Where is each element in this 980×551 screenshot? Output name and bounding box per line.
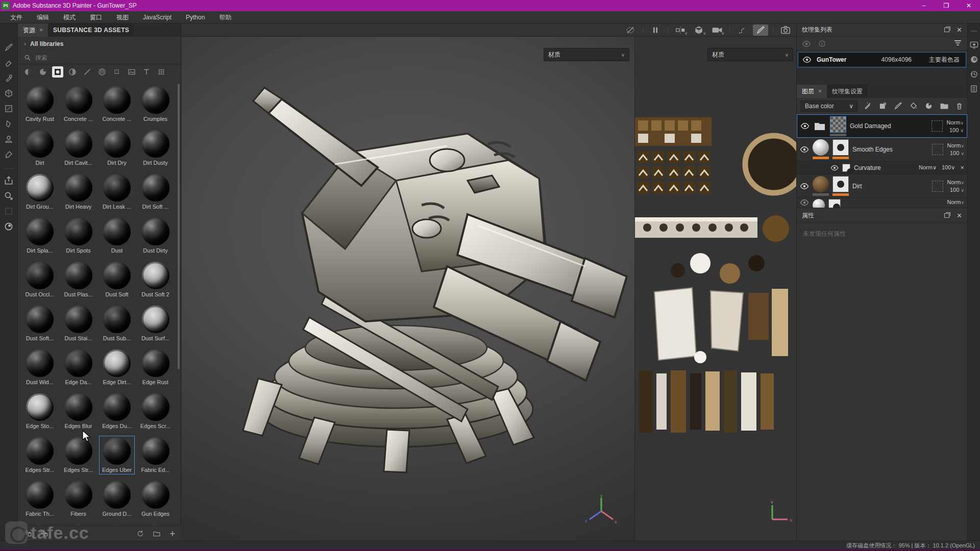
filter-alphas-icon[interactable] bbox=[96, 66, 108, 78]
asset-item[interactable]: Concrete ... bbox=[61, 85, 96, 123]
asset-item[interactable]: Dust Stai... bbox=[61, 304, 96, 343]
polygon-fill-tool-icon[interactable] bbox=[2, 102, 15, 115]
add-folder-icon[interactable] bbox=[940, 102, 949, 110]
layer-thumbnail[interactable] bbox=[830, 116, 846, 133]
opacity-value[interactable]: 100∨ bbox=[942, 164, 955, 171]
display-settings-icon[interactable] bbox=[970, 41, 978, 49]
screenshot-icon[interactable] bbox=[778, 24, 793, 36]
asset-item[interactable]: Edges Scr... bbox=[138, 392, 174, 431]
export-icon[interactable] bbox=[2, 174, 15, 187]
asset-item[interactable]: Fabric Ed... bbox=[138, 436, 174, 474]
viewport-2d[interactable]: 材质 ∨ bbox=[634, 37, 796, 541]
asset-item[interactable]: Dust Plas... bbox=[61, 260, 96, 299]
eraser-tool-icon[interactable] bbox=[2, 56, 15, 69]
layer-row-partial[interactable]: Norm∨ bbox=[797, 198, 967, 208]
asset-item[interactable]: Edges Du... bbox=[99, 392, 135, 431]
pause-engine-icon[interactable] bbox=[648, 24, 663, 36]
texture-set-shader[interactable]: 主要着色器 bbox=[929, 56, 960, 64]
asset-item[interactable]: Edge Dirt... bbox=[99, 348, 135, 387]
asset-item[interactable]: Dirt Leak ... bbox=[99, 172, 135, 211]
resources-updater-icon[interactable] bbox=[2, 189, 15, 203]
hide-ui-icon[interactable] bbox=[623, 24, 638, 36]
layer-row-smooth-edges[interactable]: Smooth Edges Norm∨ 100 ∨ bbox=[797, 138, 967, 161]
tab-assets[interactable]: 资源 × bbox=[18, 23, 48, 37]
add-icon[interactable] bbox=[169, 530, 176, 537]
asset-item[interactable]: Edges Str... bbox=[61, 436, 96, 474]
filter-environments-icon[interactable] bbox=[126, 66, 137, 78]
tab-close-icon[interactable]: × bbox=[818, 88, 822, 95]
filter-all-icon[interactable] bbox=[156, 66, 167, 78]
blend-mode[interactable]: Norm∨ bbox=[947, 179, 964, 185]
asset-item[interactable]: Dirt Spots bbox=[61, 216, 96, 255]
asset-item[interactable]: Gun Edges bbox=[138, 480, 174, 518]
menu-item[interactable]: JavaScript bbox=[136, 11, 179, 23]
menu-item[interactable]: 模式 bbox=[56, 11, 83, 23]
viewport-3d[interactable]: 材质 ∨ bbox=[182, 37, 634, 541]
menu-item[interactable]: 编辑 bbox=[30, 11, 56, 23]
refresh-icon[interactable] bbox=[136, 530, 144, 538]
toggle-visibility-icon[interactable] bbox=[802, 40, 811, 47]
opacity-value[interactable]: 100 ∨ bbox=[950, 150, 964, 156]
layer-effect-curvature[interactable]: Curvature Norm∨ 100∨ × bbox=[797, 161, 967, 174]
asset-item[interactable]: Dust Soft... bbox=[22, 304, 58, 343]
eye-icon[interactable] bbox=[800, 146, 809, 153]
log-icon[interactable] bbox=[970, 85, 978, 93]
blend-mode[interactable]: Norm∨ bbox=[947, 119, 964, 126]
eye-icon[interactable] bbox=[800, 199, 809, 206]
asset-item[interactable]: Ground D... bbox=[99, 480, 135, 518]
asset-item[interactable]: Dirt Heavy bbox=[61, 172, 96, 211]
minimize-button[interactable]: – bbox=[913, 0, 935, 11]
symmetry-icon[interactable]: ∨ bbox=[673, 24, 688, 36]
asset-item[interactable]: Dirt Soft ... bbox=[138, 172, 174, 211]
asset-item[interactable]: Crumples bbox=[138, 85, 174, 123]
layer-thumbnail[interactable] bbox=[813, 139, 829, 156]
history-icon[interactable] bbox=[970, 70, 978, 79]
geometry-fill-tool-icon[interactable] bbox=[2, 87, 15, 100]
asset-item[interactable]: Dirt Dusty bbox=[138, 129, 174, 167]
menu-item[interactable]: 帮助 bbox=[212, 11, 238, 23]
lazy-mouse-icon[interactable] bbox=[734, 24, 750, 36]
remove-effect-icon[interactable]: × bbox=[960, 164, 964, 171]
asset-item[interactable]: Edges Str... bbox=[22, 436, 58, 474]
view-mode-select-2d[interactable]: 材质 ∨ bbox=[707, 48, 793, 61]
mask-placeholder[interactable] bbox=[932, 120, 943, 132]
asset-item[interactable]: Edges Uber bbox=[99, 436, 135, 474]
blend-mode[interactable]: Norm∨ bbox=[919, 164, 937, 171]
tab-layers[interactable]: 图层 × bbox=[797, 85, 827, 98]
menu-item[interactable]: Python bbox=[179, 11, 212, 23]
menu-item[interactable]: 视图 bbox=[109, 11, 136, 23]
asset-item[interactable]: Dust Dirty bbox=[138, 216, 174, 255]
asset-item[interactable]: Cavity Rust bbox=[22, 85, 58, 123]
smart-material-icon[interactable] bbox=[924, 102, 933, 110]
camera-icon[interactable]: ∨ bbox=[709, 24, 725, 36]
mask-placeholder[interactable] bbox=[932, 144, 943, 155]
projection-tool-icon[interactable] bbox=[2, 71, 15, 85]
export-resources-icon[interactable] bbox=[39, 530, 48, 538]
asset-item[interactable]: Dust Sub... bbox=[99, 304, 135, 343]
asset-item[interactable]: Edge Sto... bbox=[22, 392, 58, 431]
tab-close-icon[interactable]: × bbox=[39, 27, 43, 34]
filter-brushes-icon[interactable] bbox=[82, 66, 93, 78]
delete-layer-icon[interactable] bbox=[955, 102, 963, 110]
asset-item[interactable]: Edges Blur bbox=[61, 392, 96, 431]
asset-item[interactable]: Dirt Dry bbox=[99, 129, 135, 167]
asset-item[interactable]: Fabric Th... bbox=[22, 480, 58, 518]
asset-item[interactable]: Dirt Cavit... bbox=[61, 129, 96, 167]
float-panel-icon[interactable] bbox=[944, 28, 949, 32]
opacity-value[interactable]: 100 ∨ bbox=[949, 127, 964, 133]
add-fill-layer-icon[interactable] bbox=[878, 102, 887, 110]
asset-item[interactable]: Fibers bbox=[61, 480, 96, 518]
asset-item[interactable]: Dirt Spla... bbox=[22, 216, 58, 255]
add-paint-layer-icon[interactable] bbox=[894, 102, 902, 110]
clone-tool-icon[interactable] bbox=[2, 133, 15, 146]
smudge-tool-icon[interactable] bbox=[2, 117, 15, 131]
filter-smart-materials-icon[interactable] bbox=[37, 66, 48, 78]
layer-mask-thumbnail[interactable] bbox=[832, 176, 849, 192]
asset-item[interactable]: Dust Occl... bbox=[22, 260, 58, 299]
paint-bucket-icon[interactable] bbox=[909, 102, 918, 110]
mask-placeholder[interactable] bbox=[932, 181, 943, 192]
close-panel-icon[interactable]: ✕ bbox=[957, 212, 962, 219]
effect-thumbnail[interactable] bbox=[842, 164, 850, 172]
opacity-value[interactable]: 100 ∨ bbox=[950, 187, 964, 193]
close-panel-icon[interactable]: ✕ bbox=[957, 27, 962, 33]
